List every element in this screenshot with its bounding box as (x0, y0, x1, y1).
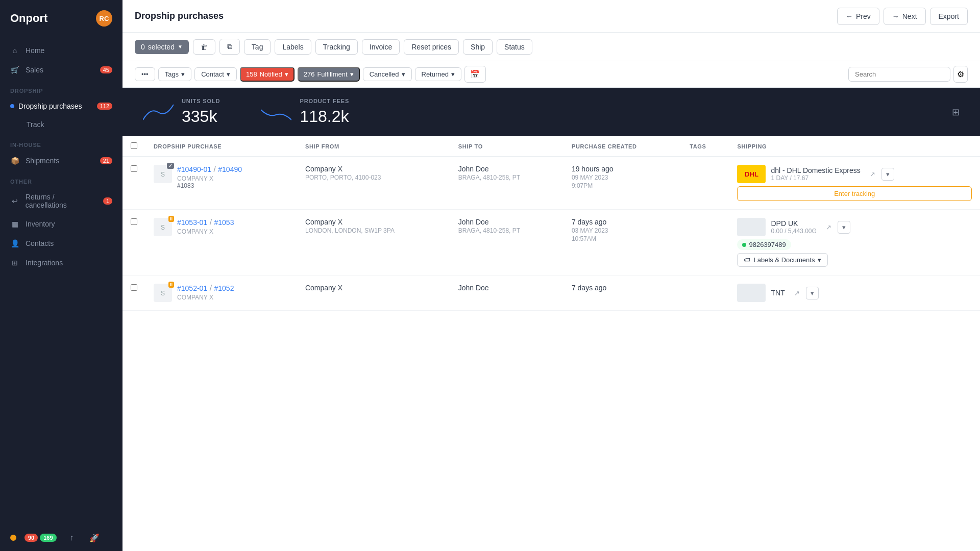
purchase-thumbnail-2: S II (154, 218, 172, 236)
returned-label: Returned (422, 70, 449, 78)
shipping-top-1: DHL dhl - DHL Domestic Express 1 DAY / 1… (737, 165, 972, 183)
row2-checkbox[interactable] (131, 218, 137, 225)
notified-count: 158 (246, 70, 257, 78)
tracking-label: Tracking (323, 43, 350, 51)
sidebar-item-dropship-purchases[interactable]: Dropship purchases 112 (0, 97, 122, 115)
ship-button[interactable]: Ship (463, 39, 493, 55)
next-button[interactable]: → Next (884, 8, 926, 25)
shipping-cell-2: DPD UK 0.00 / 5,443.00G ↗ ▾ 98 (737, 218, 972, 267)
cancelled-filter-button[interactable]: Cancelled ▾ (363, 67, 412, 81)
dropdown-caret: ▼ (178, 44, 183, 49)
expand-button-3[interactable]: ▾ (806, 287, 819, 299)
tracking-button[interactable]: Tracking (315, 39, 358, 55)
next-label: Next (902, 12, 917, 20)
fulfillment-label: Fulfillment (317, 70, 347, 78)
external-link-button-1[interactable]: ↗ (866, 168, 879, 180)
calendar-icon: 📅 (470, 69, 480, 79)
calendar-button[interactable]: 📅 (464, 66, 486, 83)
tags-filter-button[interactable]: Tags ▾ (158, 67, 191, 81)
delete-button[interactable]: 🗑 (193, 39, 215, 55)
labels-label: Labels (282, 43, 303, 51)
labels-documents-button-2[interactable]: 🏷 Labels & Documents ▾ (737, 253, 828, 267)
prev-button[interactable]: ← Prev (837, 8, 879, 25)
col-dropship-purchase: DROPSHIP PURCHASE (145, 136, 297, 157)
dhl-logo: DHL (737, 165, 766, 183)
sidebar-item-inventory[interactable]: ▦ Inventory (0, 214, 122, 234)
carrier-placeholder-3 (737, 284, 766, 302)
fulfillment-filter-button[interactable]: 276 Fulfillment ▾ (298, 67, 360, 82)
expand-button-2[interactable]: ▾ (838, 221, 850, 234)
units-sold-value: 335k (182, 107, 220, 126)
company-2: COMPANY X (177, 228, 234, 235)
order-id-2[interactable]: #1053-01 (177, 218, 207, 227)
status-button[interactable]: Status (497, 39, 532, 55)
sidebar-item-label: Returns / cancellations (26, 193, 97, 209)
tracking-number-text: 9826397489 (749, 241, 786, 248)
ship-from-address-2: LONDON, LONDON, SW1P 3PA (305, 227, 442, 234)
upload-icon[interactable]: ↑ (65, 531, 79, 545)
filter-bar: ••• Tags ▾ Contact ▾ 158 Notified ▾ 276 … (122, 61, 980, 88)
export-button[interactable]: Export (930, 8, 968, 25)
reset-prices-button[interactable]: Reset prices (404, 39, 459, 55)
order-id-3[interactable]: #1052-01 (177, 284, 207, 292)
returns-badge: 1 (103, 197, 112, 205)
more-filters-button[interactable]: ••• (135, 67, 155, 81)
ship-to-1: John Doe (458, 165, 555, 173)
shipping-top-2: DPD UK 0.00 / 5,443.00G ↗ ▾ (737, 218, 972, 236)
order-ref-3[interactable]: #1052 (214, 284, 234, 292)
copy-icon: ⧉ (227, 42, 232, 51)
product-fees-block: PRODUCT FEES 118.2k (300, 98, 349, 126)
top-bar: Dropship purchases ← Prev → Next Export (122, 0, 980, 33)
shipping-cell-1: DHL dhl - DHL Domestic Express 1 DAY / 1… (737, 165, 972, 201)
sidebar: Onport RC ⌂ Home 🛒 Sales 45 DROPSHIP Dro… (0, 0, 122, 551)
enter-tracking-button-1[interactable]: Enter tracking (737, 186, 972, 201)
ship-from-1: Company X (305, 165, 442, 173)
sidebar-item-returns[interactable]: ↩ Returns / cancellations 1 (0, 188, 122, 214)
rocket-icon[interactable]: 🚀 (87, 531, 102, 545)
labels-button[interactable]: Labels (275, 39, 311, 55)
sidebar-item-track[interactable]: Track (0, 115, 122, 134)
returned-filter-button[interactable]: Returned ▾ (415, 67, 461, 81)
external-link-button-2[interactable]: ↗ (822, 221, 836, 233)
grid-view-button[interactable]: ⊞ (952, 107, 960, 118)
expand-button-1[interactable]: ▾ (881, 168, 894, 181)
row3-checkbox[interactable] (131, 284, 137, 291)
external-link-button-3[interactable]: ↗ (790, 287, 804, 299)
returned-caret: ▾ (451, 70, 455, 78)
bottom-badge-green: 169 (40, 534, 56, 542)
units-sold-block: UNITS SOLD 335k (182, 98, 220, 126)
search-input[interactable] (848, 67, 950, 82)
select-all-checkbox[interactable] (131, 142, 137, 149)
created-rel-1: 19 hours ago (572, 165, 673, 173)
shipping-row-actions-3: ↗ ▾ (790, 287, 819, 299)
sidebar-item-home[interactable]: ⌂ Home (0, 41, 122, 60)
settings-filter-button[interactable]: ⚙ (953, 66, 968, 83)
order-ref-1[interactable]: #10490 (218, 165, 242, 173)
carrier-name-3: TNT (771, 289, 785, 297)
order-ref-2[interactable]: #1053 (214, 218, 234, 227)
copy-button[interactable]: ⧉ (219, 39, 240, 55)
notified-filter-button[interactable]: 158 Notified ▾ (240, 67, 295, 82)
col-ship-from: SHIP FROM (297, 136, 450, 157)
created-time-1: 9:07PM (572, 182, 673, 189)
reset-prices-label: Reset prices (411, 43, 451, 51)
more-icon: ••• (141, 70, 149, 78)
sidebar-item-shipments[interactable]: 📦 Shipments 21 (0, 151, 122, 170)
contact-filter-button[interactable]: Contact ▾ (194, 67, 237, 81)
section-dropship: DROPSHIP (0, 80, 122, 97)
invoice-button[interactable]: Invoice (362, 39, 400, 55)
labels-btn-text: Labels & Documents (753, 256, 815, 264)
row1-checkbox[interactable] (131, 165, 137, 172)
sidebar-item-sales[interactable]: 🛒 Sales 45 (0, 60, 122, 80)
carrier-name-2: DPD UK (771, 219, 816, 228)
purchase-thumbnail-1: S ✓ (154, 165, 172, 183)
product-fees-label: PRODUCT FEES (300, 98, 349, 104)
sidebar-item-integrations[interactable]: ⊞ Integrations (0, 253, 122, 272)
sidebar-item-contacts[interactable]: 👤 Contacts (0, 234, 122, 253)
ship-to-3: John Doe (458, 284, 555, 292)
section-inhouse: IN-HOUSE (0, 134, 122, 151)
tag-button[interactable]: Tag (244, 39, 271, 55)
purchase-cell-3: S II #1052-01 / #1052 COMPANY X (154, 284, 289, 302)
notified-caret: ▾ (285, 70, 288, 78)
order-id-1[interactable]: #10490-01 (177, 165, 211, 173)
